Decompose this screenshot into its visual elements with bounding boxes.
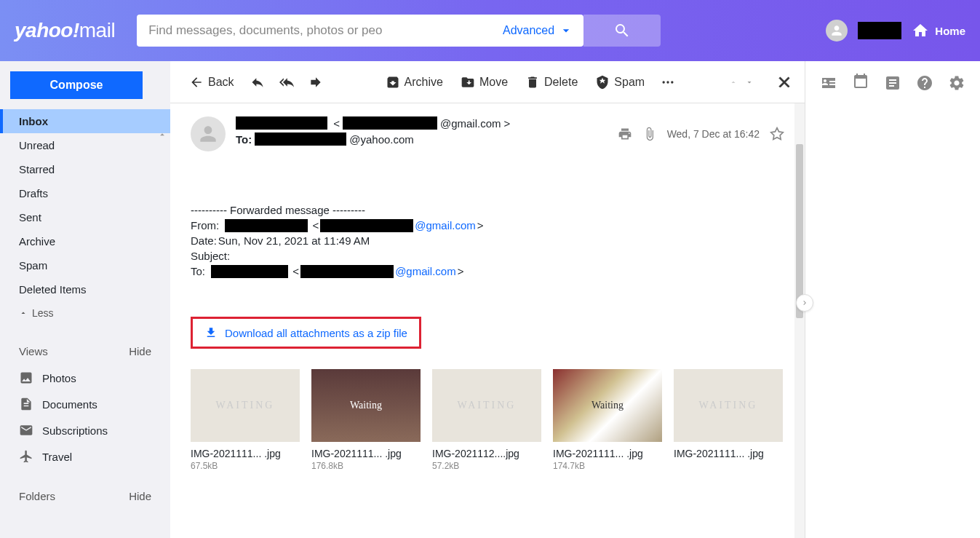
spam-button[interactable]: Spam xyxy=(588,71,652,94)
view-travel[interactable]: Travel xyxy=(0,443,170,470)
view-documents[interactable]: Documents xyxy=(0,391,170,417)
attachment-card[interactable]: WAITINGIMG-2021111... .jpg xyxy=(674,369,783,471)
sender-name-redacted xyxy=(236,116,327,130)
more-actions-button[interactable] xyxy=(655,71,681,94)
folder-unread[interactable]: Unread xyxy=(0,133,170,157)
compose-button[interactable]: Compose xyxy=(10,71,143,99)
view-subscriptions[interactable]: Subscriptions xyxy=(0,417,170,443)
forwarded-block: ---------- Forwarded message --------- F… xyxy=(191,202,784,279)
attachment-icon[interactable] xyxy=(642,127,657,141)
search-input[interactable] xyxy=(137,15,493,47)
attachment-thumbnail: Waiting xyxy=(311,369,421,442)
archive-icon xyxy=(386,75,400,90)
attachment-card[interactable]: WAITINGIMG-2021111... .jpg67.5kB xyxy=(191,369,300,471)
reply-all-button[interactable] xyxy=(274,71,300,94)
from-line: < @gmail.com> xyxy=(236,116,607,130)
attachment-size: 67.5kB xyxy=(191,461,300,471)
download-all-highlight: Download all attachments as a zip file xyxy=(191,317,421,349)
star-icon[interactable] xyxy=(770,127,784,141)
attachment-card[interactable]: WaitingIMG-2021111... .jpg174.7kB xyxy=(553,369,662,471)
email-header: < @gmail.com> To: @yahoo.com xyxy=(191,116,784,151)
attachment-thumbnail: WAITING xyxy=(432,369,541,442)
attachment-size: 57.2kB xyxy=(432,461,541,471)
svg-point-1 xyxy=(666,81,669,83)
chevron-right-icon xyxy=(800,298,809,307)
print-icon[interactable] xyxy=(618,127,632,141)
prev-message-icon[interactable] xyxy=(729,78,738,87)
username-redacted xyxy=(858,22,901,39)
folder-spam[interactable]: Spam xyxy=(0,253,170,277)
search-icon xyxy=(613,22,631,39)
subscriptions-icon xyxy=(19,423,33,438)
attachment-card[interactable]: WAITINGIMG-2021112....jpg57.2kB xyxy=(432,369,541,471)
help-icon[interactable] xyxy=(916,74,933,92)
attachment-size: 174.7kB xyxy=(553,461,662,471)
search-button[interactable] xyxy=(583,15,661,47)
close-button[interactable] xyxy=(776,74,793,91)
to-line: To: @yahoo.com xyxy=(236,132,607,146)
folder-starred[interactable]: Starred xyxy=(0,157,170,181)
travel-icon xyxy=(19,449,33,464)
notes-icon[interactable] xyxy=(884,74,901,92)
recipient-redacted xyxy=(255,132,346,146)
forward-button[interactable] xyxy=(303,71,329,94)
content-area: Back Archive Move xyxy=(170,61,980,538)
download-all-link[interactable]: Download all attachments as a zip file xyxy=(225,327,407,339)
person-icon xyxy=(196,122,220,146)
search-bar: Advanced xyxy=(137,15,583,47)
spam-icon xyxy=(595,75,610,90)
profile-avatar[interactable] xyxy=(826,20,848,41)
view-photos[interactable]: Photos xyxy=(0,365,170,391)
folder-drafts[interactable]: Drafts xyxy=(0,181,170,205)
sender-email-redacted xyxy=(343,116,437,130)
folder-archive[interactable]: Archive xyxy=(0,229,170,253)
move-icon xyxy=(461,75,475,90)
arrow-left-icon xyxy=(189,75,204,90)
folders-header: Folders Hide xyxy=(0,483,170,510)
folder-sent[interactable]: Sent xyxy=(0,205,170,229)
views-hide-toggle[interactable]: Hide xyxy=(129,345,151,357)
folders-hide-toggle[interactable]: Hide xyxy=(129,490,151,502)
trash-icon xyxy=(525,75,540,90)
main-layout: Compose InboxUnreadStarredDraftsSentArch… xyxy=(0,61,980,538)
delete-button[interactable]: Delete xyxy=(518,71,585,94)
download-icon xyxy=(204,326,218,339)
forward-icon xyxy=(308,75,323,90)
archive-button[interactable]: Archive xyxy=(378,71,450,94)
svg-point-2 xyxy=(671,81,673,83)
next-message-icon[interactable] xyxy=(745,78,754,87)
attachment-thumbnail: WAITING xyxy=(191,369,300,442)
message-toolbar: Back Archive Move xyxy=(170,61,805,103)
attachment-filename: IMG-2021111... .jpg xyxy=(191,448,300,459)
reply-button[interactable] xyxy=(244,71,271,94)
scroll-up-icon[interactable] xyxy=(157,130,167,140)
attachment-size: 176.8kB xyxy=(311,461,421,471)
folder-inbox[interactable]: Inbox xyxy=(0,109,170,133)
home-icon xyxy=(912,22,929,39)
folder-deleted-items[interactable]: Deleted Items xyxy=(0,277,170,301)
documents-icon xyxy=(19,397,33,411)
header-right: Home xyxy=(826,20,965,41)
pane-expand-handle[interactable] xyxy=(796,294,813,312)
back-button[interactable]: Back xyxy=(182,71,242,94)
advanced-search-button[interactable]: Advanced xyxy=(493,15,583,47)
attachment-thumbnail: WAITING xyxy=(674,369,783,442)
right-rail: 7 xyxy=(805,61,980,538)
yahoo-mail-logo: yahoo!mail xyxy=(15,19,115,42)
attachment-filename: IMG-2021112....jpg xyxy=(432,448,541,459)
attachment-filename: IMG-2021111... .jpg xyxy=(674,448,783,459)
move-button[interactable]: Move xyxy=(453,71,515,94)
attachment-card[interactable]: WaitingIMG-2021111... .jpg176.8kB xyxy=(311,369,421,471)
calendar-badge: 7 xyxy=(852,78,869,86)
scrollbar[interactable] xyxy=(794,103,805,538)
photos-icon xyxy=(19,371,33,385)
settings-icon[interactable] xyxy=(948,74,965,92)
calendar-icon-wrap[interactable]: 7 xyxy=(852,73,869,92)
contacts-icon[interactable] xyxy=(820,74,837,92)
home-link[interactable]: Home xyxy=(912,22,965,39)
attachment-thumbnail: Waiting xyxy=(553,369,662,442)
attachment-filename: IMG-2021111... .jpg xyxy=(553,448,662,459)
attachment-filename: IMG-2021111... .jpg xyxy=(311,448,421,459)
message-pane: Back Archive Move xyxy=(170,61,805,538)
less-toggle[interactable]: Less xyxy=(0,301,170,325)
